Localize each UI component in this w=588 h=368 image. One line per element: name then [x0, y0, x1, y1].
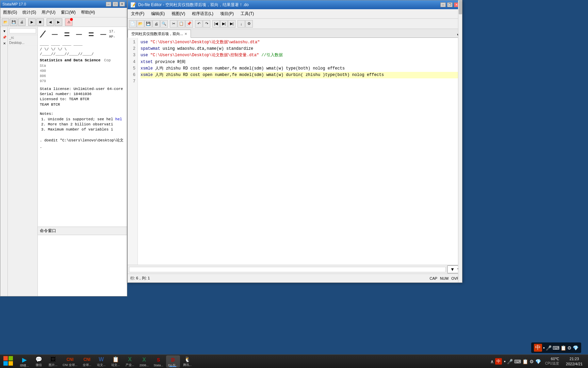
tray-gem-icon[interactable]: 💎 — [535, 359, 541, 364]
wechat-icon: 💬 — [35, 356, 43, 363]
kw-xtset: xtset — [141, 60, 153, 64]
stata-filter-icon[interactable]: ▼ — [2, 28, 7, 34]
ime-clipboard-icon[interactable]: 📋 — [560, 345, 566, 351]
code-xsmle-5-args: 人均 zhishu RD cost open number,fe model(s… — [155, 66, 345, 71]
stata-toolbar-open[interactable]: 📂 — [2, 18, 9, 26]
stata-close-button[interactable]: ✕ — [119, 2, 125, 6]
tray-datetime[interactable]: 21:23 2022/4/21 — [563, 356, 585, 366]
tray-settings-tray-icon[interactable]: ⚙ — [529, 359, 534, 364]
stata-logo-ascii: / ─ = ─ = ─ ____ ____ ____ ____ / \/ \/ … — [40, 29, 107, 57]
taskbar-cni2-label: 全球... — [83, 363, 92, 367]
tray-ime-indicator[interactable]: 中 — [495, 358, 502, 365]
dofile-restore-button[interactable]: ❐ — [447, 2, 453, 7]
stata-menu-help[interactable]: 帮助(H) — [78, 9, 98, 16]
stata-notify-button[interactable]: ⚠ — [65, 18, 72, 26]
line-num-4: 4 — [130, 59, 135, 65]
taskbar-item-tencent[interactable]: 🐧 腾讯... — [181, 355, 194, 368]
dofile-tb-paste[interactable]: 📌 — [185, 20, 193, 28]
dofile-tb-run-start[interactable]: |◀ — [212, 20, 220, 28]
taskbar-item-wechat[interactable]: 💬 微信 — [32, 355, 46, 368]
dofile-menu-tools[interactable]: 工具(T) — [237, 10, 257, 18]
ime-settings-icon[interactable]: ⚙ — [567, 345, 572, 351]
stata-license-block: Stata license: Unlimited-user 64-core Se… — [40, 87, 125, 108]
stata-titlebar[interactable]: Stata/MP 17.0 ─ □ ✕ — [0, 0, 127, 8]
dofile-tb-goto[interactable]: ↓ — [238, 20, 245, 28]
dofile-num-indicator: NUM — [440, 276, 448, 280]
stata-menu-window[interactable]: 窗口(W) — [58, 9, 78, 16]
dofile-tb-run-end[interactable]: ▶| — [228, 20, 235, 28]
stata-filter-field[interactable] — [9, 28, 36, 33]
tray-mic-icon[interactable]: 🎤 — [507, 359, 513, 364]
taskbar-item-photos[interactable]: 🖼 图片... — [46, 355, 60, 368]
tray-clipboard-tray-icon[interactable]: 📋 — [522, 359, 528, 364]
dofile-menu-language[interactable]: 程序语言(L) — [189, 10, 217, 18]
ime-skin-icon[interactable]: 💎 — [573, 345, 578, 351]
word-icon: W — [97, 356, 105, 363]
dofile-window-controls: ─ ❐ ✕ — [440, 2, 459, 7]
taskbar-bilibili-label: 哔哩... — [20, 364, 29, 367]
stata-menu-user[interactable]: 用户(U) — [39, 9, 58, 16]
taskbar-item-doc2[interactable]: 📋 论文... — [109, 355, 122, 368]
stata-command-area-label: 命令窗口 — [38, 227, 127, 235]
dofile-menu-project[interactable]: 项目(P) — [217, 10, 237, 18]
dofile-scrollbar-vertical[interactable] — [458, 38, 462, 265]
dofile-tb-open[interactable]: 📂 — [137, 20, 144, 28]
stata-command-input-area[interactable] — [38, 235, 127, 296]
dofile-tb-find[interactable]: 🔍 — [160, 20, 168, 28]
dofile-title-icon: 📝 — [130, 2, 136, 7]
stata-maximize-button[interactable]: □ — [113, 2, 118, 6]
dofile-tb-print[interactable]: 🖨 — [152, 20, 160, 28]
stata-close-panel-icon[interactable]: ✕ — [2, 41, 7, 46]
dofile-menu-edit[interactable]: 编辑(E) — [148, 10, 168, 18]
taskbar-item-stata[interactable]: S Stata... — [152, 355, 166, 368]
stata-minimize-button[interactable]: ─ — [106, 2, 111, 6]
taskbar-item-dofile[interactable]: D Do-fil... — [166, 355, 180, 368]
taskbar-item-excel1[interactable]: X 产业... — [123, 355, 137, 368]
dofile-tb-copy[interactable]: 📋 — [178, 20, 185, 28]
dofile-tb-new[interactable]: 📄 — [129, 20, 136, 28]
stata-toolbar-save[interactable]: 💾 — [10, 18, 17, 26]
taskbar: ▶ 哔哩... 💬 微信 🖼 图片... CNI CNI 全球... CNI 全… — [0, 354, 588, 368]
taskbar-item-bilibili[interactable]: ▶ 哔哩... — [18, 355, 31, 368]
dofile-tb-run[interactable]: ▶| — [220, 20, 228, 28]
stata-toolbar-back[interactable]: ◀ — [47, 18, 54, 26]
taskbar-item-cni1[interactable]: CNI CNI 全球... — [61, 355, 80, 368]
dofile-titlebar[interactable]: 📝 Do-file Editor - 空间杜宾仅指数滞后项，双向，结果显著！.d… — [128, 0, 462, 9]
dofile-minimize-button[interactable]: ─ — [440, 2, 446, 7]
tray-arrow-icon[interactable]: ∧ — [490, 359, 494, 364]
tray-keyboard-icon[interactable]: ⌨ — [514, 359, 521, 364]
dofile-menubar: 文件(F) 编辑(E) 视图(V) 程序语言(L) 项目(P) 工具(T) — [128, 9, 462, 19]
dofile-tb-cut[interactable]: ✂ — [170, 20, 177, 28]
taskbar-photos-label: 图片... — [49, 363, 58, 367]
stata-filter-input[interactable] — [8, 27, 37, 35]
stata-toolbar-print[interactable]: 🖨 — [18, 18, 26, 26]
stata-pin-icon[interactable]: 📌 — [2, 34, 7, 40]
stata-command-output: . doedit "C:\Users\lenovo\Desktop\论文 . — [40, 138, 125, 150]
stata-toolbar-forward[interactable]: ▶ — [55, 18, 62, 26]
taskbar-item-cni2[interactable]: CNI 全球... — [80, 355, 94, 368]
taskbar-item-word[interactable]: W 论文... — [95, 355, 108, 368]
dofile-tb-save[interactable]: 💾 — [145, 20, 152, 28]
start-button[interactable] — [3, 355, 14, 367]
dofile-editor-window: 📝 Do-file Editor - 空间杜宾仅指数滞后项，双向，结果显著！.d… — [127, 0, 462, 283]
ime-mic-icon[interactable]: 🎤 — [546, 345, 552, 351]
taskbar-cni1-label: CNI 全球... — [63, 363, 78, 367]
dofile-tb-undo[interactable]: ↶ — [195, 20, 202, 28]
kw-use-3: use — [141, 53, 148, 58]
dofile-menu-file[interactable]: 文件(F) — [128, 10, 148, 18]
stata-menu-stats[interactable]: 统计(S) — [20, 9, 39, 16]
ime-chinese-indicator[interactable]: 中 — [534, 344, 542, 352]
dofile-tb-debug[interactable]: ⚙ — [245, 20, 253, 28]
taskbar-item-excel2[interactable]: X 2006... — [137, 355, 151, 368]
dofile-menu-view[interactable]: 视图(V) — [168, 10, 189, 18]
dofile-tab-close-icon[interactable]: ✕ — [184, 32, 187, 36]
dofile-code-area[interactable]: use "C:\Users\lenovo\Desktop\论文数据\wdaosh… — [138, 38, 462, 265]
stata-toolbar-run[interactable]: ▶ — [28, 18, 36, 26]
stata-menu-graph[interactable]: 图形(G) — [0, 9, 20, 16]
dofile-tab-active[interactable]: 空间杜宾仅指数滞后项，双向... ✕ — [128, 30, 191, 38]
ime-keyboard-icon[interactable]: ⌨ — [553, 345, 559, 351]
tray-ime-dot[interactable]: • — [504, 359, 506, 364]
dofile-command-input[interactable] — [129, 267, 446, 272]
stata-toolbar-stop[interactable]: ⏹ — [36, 18, 44, 26]
dofile-tb-redo[interactable]: ↷ — [203, 20, 210, 28]
